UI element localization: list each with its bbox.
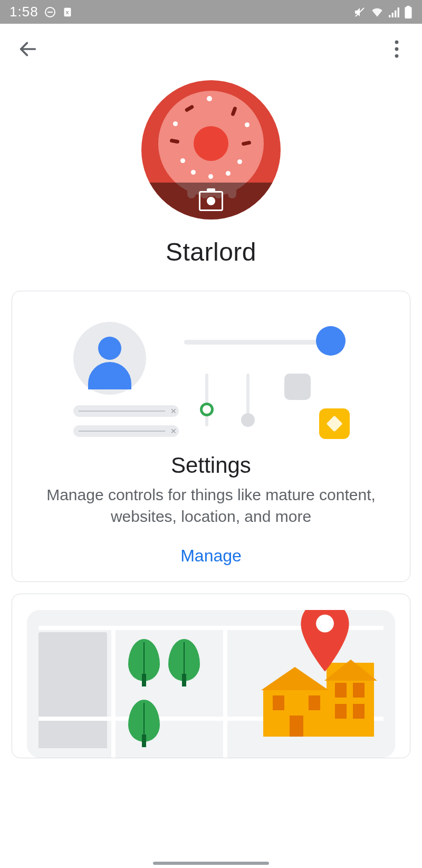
profile-name: Starlord [166, 237, 256, 266]
app-bar [0, 24, 422, 74]
profile-header: Starlord [0, 80, 422, 266]
svg-rect-6 [407, 6, 410, 7]
battery-icon [404, 6, 413, 18]
svg-point-10 [395, 54, 399, 58]
svg-point-8 [395, 40, 399, 44]
settings-card-title: Settings [31, 453, 391, 478]
mute-icon [353, 6, 366, 18]
dnd-icon [44, 6, 56, 18]
settings-manage-button[interactable]: Manage [31, 546, 391, 566]
location-illustration [27, 610, 395, 758]
settings-card-description: Manage controls for things like mature c… [31, 484, 391, 527]
settings-illustration [31, 310, 391, 442]
svg-point-9 [395, 47, 399, 51]
donut-icon [158, 91, 264, 196]
settings-card: Settings Manage controls for things like… [12, 291, 410, 582]
signal-icon [388, 6, 400, 18]
location-pin-icon [297, 610, 353, 673]
svg-rect-5 [405, 7, 411, 18]
svg-text:x: x [65, 8, 69, 15]
more-options-button[interactable] [386, 36, 407, 62]
status-bar: 1:58 x [0, 0, 422, 24]
home-indicator[interactable] [153, 862, 269, 865]
change-photo-overlay[interactable] [141, 183, 281, 220]
status-time: 1:58 [9, 4, 39, 20]
location-card [12, 594, 410, 758]
back-button[interactable] [15, 36, 41, 62]
profile-avatar[interactable] [141, 80, 281, 220]
camera-icon [199, 191, 223, 211]
doc-icon: x [62, 6, 73, 18]
svg-point-11 [316, 615, 334, 633]
wifi-icon [370, 6, 384, 18]
